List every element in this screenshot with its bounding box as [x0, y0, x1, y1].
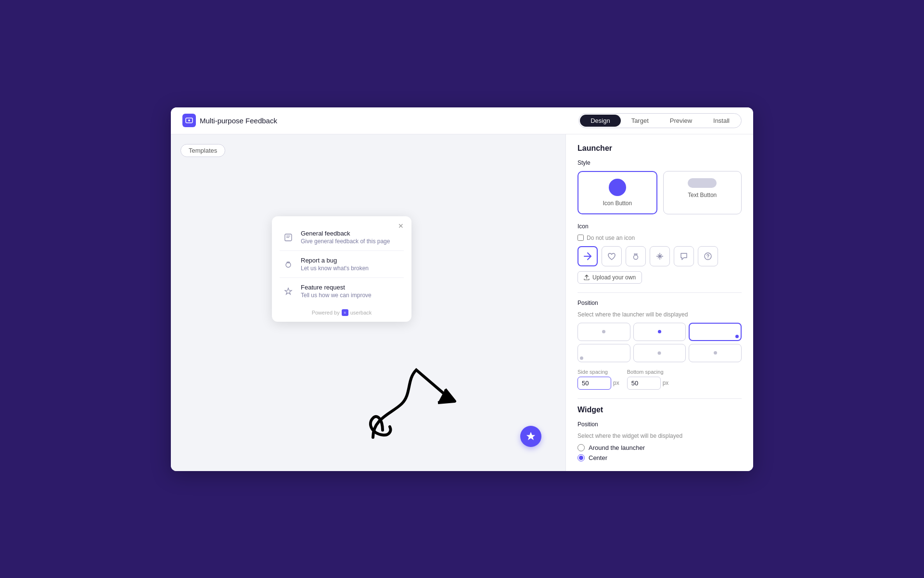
svg-point-13 [707, 257, 708, 258]
bottom-spacing-label: Bottom spacing [627, 369, 669, 375]
radio-around-launcher-input[interactable] [578, 444, 585, 451]
widget-section: Widget Position Select where the widget … [578, 406, 742, 461]
icon-option-question[interactable] [698, 246, 718, 266]
feature-request-text: Feature request Tell us how we can impro… [301, 284, 372, 299]
left-panel: Templates ✕ General feedback Give gener [171, 134, 565, 471]
svg-point-7 [289, 262, 290, 263]
widget-section-title: Widget [578, 406, 742, 414]
icon-option-bug[interactable] [626, 246, 646, 266]
center-label: Center [589, 454, 607, 461]
list-item[interactable]: Report a bug Let us know what's broken [272, 251, 411, 277]
position-section-subtitle: Position [578, 300, 742, 306]
bottom-spacing-field: Bottom spacing px [627, 369, 669, 390]
radio-center-input[interactable] [578, 454, 585, 461]
tab-target[interactable]: Target [621, 115, 659, 127]
text-button-preview [688, 178, 717, 188]
position-desc: Select where the launcher will be displa… [578, 311, 742, 318]
feature-request-title: Feature request [301, 284, 372, 291]
position-dot [658, 330, 661, 333]
position-cell-bottom-center[interactable] [633, 344, 686, 362]
position-dot [580, 356, 583, 360]
icon-section-subtitle: Icon [578, 223, 742, 230]
position-cell-top-right[interactable] [689, 323, 742, 341]
position-cell-top-left[interactable] [578, 323, 630, 341]
divider-1 [578, 292, 742, 293]
app-title: Multi-purpose Feedback [200, 117, 277, 125]
radio-around-launcher[interactable]: Around the launcher [578, 444, 742, 451]
svg-point-6 [287, 262, 288, 263]
list-item[interactable]: General feedback Give general feedback o… [272, 224, 411, 250]
feature-request-icon [282, 285, 295, 298]
position-dot [714, 351, 717, 355]
side-spacing-unit: px [613, 380, 619, 386]
widget-position-section: Position Select where the widget will be… [578, 421, 742, 461]
templates-button[interactable]: Templates [180, 144, 225, 157]
bottom-spacing-input[interactable] [627, 377, 661, 390]
icon-option-sparkle[interactable] [650, 246, 670, 266]
position-cell-top-center[interactable] [633, 323, 686, 341]
svg-point-10 [634, 253, 635, 254]
widget-footer: Powered by u userback [272, 304, 411, 316]
bottom-spacing-unit: px [663, 380, 669, 386]
general-feedback-text: General feedback Give general feedback o… [301, 230, 390, 245]
position-dot [658, 351, 661, 355]
widget-position-subtitle: Position [578, 421, 742, 428]
side-spacing-input-wrap: px [578, 377, 619, 390]
header-logo: Multi-purpose Feedback [182, 114, 277, 127]
style-option-icon-button[interactable]: Icon Button [578, 171, 657, 214]
spacing-row: Side spacing px Bottom spacing px [578, 369, 742, 390]
launcher-fab[interactable] [520, 426, 541, 447]
brand-name: userback [350, 310, 372, 315]
style-option-text-button[interactable]: Text Button [663, 171, 742, 214]
general-feedback-subtitle: Give general feedback of this page [301, 238, 390, 245]
position-section: Position Select where the launcher will … [578, 300, 742, 390]
no-icon-option: Do not use an icon [578, 235, 742, 241]
widget-close-button[interactable]: ✕ [396, 221, 406, 231]
text-button-label: Text Button [688, 192, 717, 198]
powered-by-label: Powered by [312, 310, 340, 315]
app-container: Multi-purpose Feedback Design Target Pre… [171, 107, 753, 471]
position-cell-bottom-left[interactable] [578, 344, 630, 362]
upload-own-button[interactable]: Upload your own [578, 271, 642, 284]
launcher-section-title: Launcher [578, 144, 742, 153]
app-logo-icon [182, 114, 196, 127]
icon-option-arrow[interactable] [578, 246, 598, 266]
main-layout: Templates ✕ General feedback Give gener [171, 134, 753, 471]
radio-center[interactable]: Center [578, 454, 742, 461]
tab-install[interactable]: Install [703, 115, 740, 127]
icon-options [578, 246, 742, 266]
style-options: Icon Button Text Button [578, 171, 742, 214]
header: Multi-purpose Feedback Design Target Pre… [171, 107, 753, 134]
arrow-annotation [354, 355, 479, 442]
position-cell-bottom-right[interactable] [689, 344, 742, 362]
icon-option-heart[interactable] [602, 246, 622, 266]
side-spacing-input[interactable] [578, 377, 611, 390]
icon-section: Icon Do not use an icon [578, 223, 742, 284]
right-panel: Launcher Style Icon Button Text Button I… [565, 134, 753, 471]
tab-preview[interactable]: Preview [659, 115, 703, 127]
userback-logo: u [342, 309, 348, 316]
bug-report-icon [282, 258, 295, 271]
general-feedback-title: General feedback [301, 230, 390, 237]
upload-btn-label: Upload your own [592, 274, 636, 281]
style-section-subtitle: Style [578, 159, 742, 166]
side-spacing-label: Side spacing [578, 369, 619, 375]
widget-position-radio-group: Around the launcher Center [578, 444, 742, 461]
list-item[interactable]: Feature request Tell us how we can impro… [272, 278, 411, 304]
position-grid [578, 323, 742, 362]
widget-popup: ✕ General feedback Give general feedback… [272, 216, 411, 322]
header-tabs: Design Target Preview Install [578, 113, 742, 128]
tab-design[interactable]: Design [580, 115, 620, 127]
no-icon-checkbox[interactable] [578, 235, 584, 241]
no-icon-label: Do not use an icon [587, 235, 635, 241]
bug-report-title: Report a bug [301, 257, 369, 264]
svg-point-9 [634, 255, 638, 259]
bottom-spacing-input-wrap: px [627, 377, 669, 390]
position-dot-br [735, 335, 739, 338]
bug-report-text: Report a bug Let us know what's broken [301, 257, 369, 272]
icon-option-chat[interactable] [674, 246, 694, 266]
position-dot [602, 330, 605, 333]
bug-report-subtitle: Let us know what's broken [301, 265, 369, 272]
general-feedback-icon [282, 231, 295, 244]
feature-request-subtitle: Tell us how we can improve [301, 292, 372, 299]
